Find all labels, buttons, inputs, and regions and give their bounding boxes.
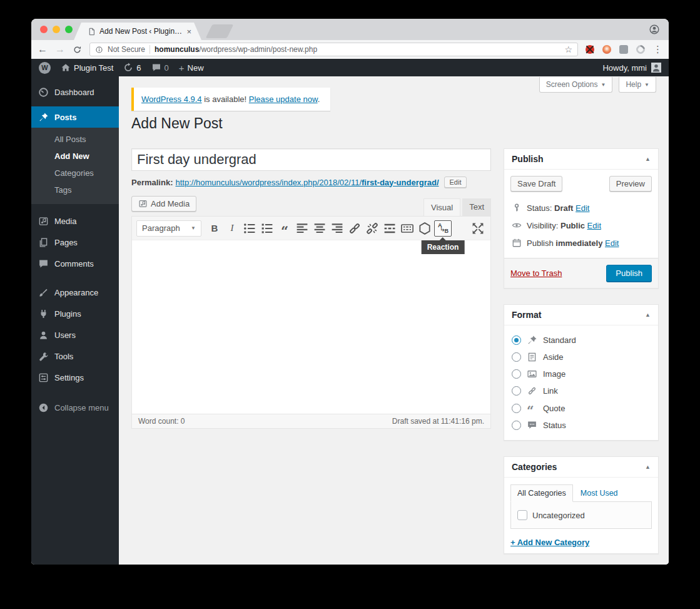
submenu-all-posts[interactable]: All Posts (31, 131, 119, 148)
uncategorized-checkbox[interactable] (517, 510, 527, 520)
sidebar-item-media[interactable]: Media (31, 210, 119, 232)
remove-link-button[interactable] (364, 221, 380, 236)
admin-bar-account[interactable]: Howdy, mmi (602, 63, 661, 73)
radio-image[interactable] (512, 369, 521, 379)
screen-options-button[interactable]: Screen Options ▼ (539, 77, 613, 93)
admin-bar-comments[interactable]: 0 (151, 63, 169, 73)
radio-aside[interactable] (512, 352, 521, 362)
bulleted-list-button[interactable] (241, 221, 258, 236)
wordpress-version-link[interactable]: WordPress 4.9.4 (141, 95, 202, 104)
url-field[interactable]: Not Secure homunculus/wordpress/wp-admin… (89, 43, 578, 56)
sidebar-item-collapse-menu[interactable]: Collapse menu (31, 397, 119, 418)
sidebar-item-posts[interactable]: Posts (31, 106, 119, 128)
sidebar-item-pages[interactable]: Pages (31, 232, 119, 253)
insert-link-button[interactable] (347, 221, 363, 236)
permalink-edit-button[interactable]: Edit (444, 177, 467, 188)
align-left-button[interactable] (294, 221, 310, 236)
updates-count: 6 (136, 63, 141, 73)
radio-link[interactable] (512, 386, 521, 396)
format-option-standard[interactable]: Standard (510, 332, 652, 349)
format-option-image[interactable]: Image (510, 366, 652, 382)
blockquote-button[interactable]: “ (276, 221, 293, 236)
admin-bar-new[interactable]: + New (179, 63, 204, 73)
zoom-window-button[interactable] (65, 26, 73, 33)
submenu-add-new[interactable]: Add New (31, 148, 119, 165)
sidebar-item-dashboard[interactable]: Dashboard (31, 81, 119, 103)
submenu-tags[interactable]: Tags (31, 182, 119, 198)
format-option-link[interactable]: Link (510, 382, 652, 399)
sidebar-item-tools[interactable]: Tools (31, 345, 119, 367)
tab-visual[interactable]: Visual (424, 198, 460, 217)
save-draft-button[interactable]: Save Draft (510, 176, 562, 192)
sidebar-item-appearance[interactable]: Appearance (31, 282, 119, 303)
tab-close-icon[interactable]: × (186, 28, 191, 36)
wordpress-logo-icon[interactable]: W (39, 62, 51, 74)
browser-tab-bar: Add New Post ‹ Plugin Test — × (31, 19, 669, 40)
radio-standard[interactable] (512, 335, 521, 345)
radio-status[interactable] (512, 421, 521, 430)
new-tab-button[interactable] (206, 24, 234, 38)
add-media-button[interactable]: Add Media (131, 196, 196, 212)
align-right-button[interactable] (329, 221, 345, 236)
swirl-extension-icon[interactable] (634, 43, 647, 56)
italic-button[interactable]: I (224, 221, 240, 236)
move-to-trash-link[interactable]: Move to Trash (510, 269, 562, 278)
close-window-button[interactable] (40, 26, 48, 33)
edit-schedule-link[interactable]: Edit (605, 238, 619, 248)
orange-extension-icon[interactable] (602, 45, 611, 54)
collapse-toggle-icon[interactable]: ▲ (645, 464, 651, 470)
edit-visibility-link[interactable]: Edit (587, 221, 601, 230)
blocker-extension-icon[interactable] (586, 45, 594, 54)
reaction-button[interactable]: A ↳ B (434, 220, 452, 237)
back-icon[interactable]: ← (38, 44, 48, 54)
update-now-link[interactable]: Please update now (249, 95, 318, 104)
publish-button[interactable]: Publish (606, 265, 652, 282)
edit-status-link[interactable]: Edit (576, 203, 589, 213)
numbered-list-button[interactable] (259, 221, 275, 236)
preview-button[interactable]: Preview (609, 176, 652, 192)
format-option-aside[interactable]: Aside (510, 349, 652, 366)
forward-icon[interactable]: → (55, 44, 65, 54)
reload-icon[interactable] (73, 45, 82, 54)
format-option-status[interactable]: Status (510, 417, 652, 434)
add-new-category-link[interactable]: + Add New Category (510, 538, 589, 547)
minimize-window-button[interactable] (53, 26, 60, 33)
read-more-button[interactable] (382, 221, 398, 236)
bookmark-star-icon[interactable]: ☆ (564, 44, 572, 54)
help-button[interactable]: Help ▼ (619, 77, 656, 93)
radio-quote[interactable] (512, 404, 521, 413)
hexagon-plugin-button[interactable] (417, 221, 433, 236)
browser-tab[interactable]: Add New Post ‹ Plugin Test — × (74, 23, 201, 40)
paragraph-format-dropdown[interactable]: Paragraph ▼ (136, 220, 201, 237)
admin-bar-updates[interactable]: 6 (123, 63, 141, 73)
collapse-toggle-icon[interactable]: ▲ (645, 156, 651, 162)
submenu-categories[interactable]: Categories (31, 165, 119, 182)
browser-profile-icon[interactable] (649, 24, 660, 35)
browser-menu-icon[interactable]: ⋮ (653, 44, 662, 55)
calendar-icon (512, 238, 522, 248)
distraction-free-button[interactable] (470, 221, 486, 236)
bold-button[interactable]: B (206, 221, 223, 236)
tab-all-categories[interactable]: All Categories (510, 484, 573, 502)
publish-box-header[interactable]: Publish ▲ (504, 149, 658, 170)
category-item-uncategorized[interactable]: Uncategorized (517, 510, 645, 520)
editor-content-area[interactable] (132, 240, 490, 414)
format-option-quote[interactable]: “ Quote (510, 399, 652, 417)
collapse-toggle-icon[interactable]: ▲ (645, 312, 651, 318)
post-title-input[interactable] (131, 148, 491, 171)
tab-text[interactable]: Text (462, 198, 491, 217)
link-icon (527, 386, 537, 396)
categories-box-header[interactable]: Categories ▲ (504, 457, 658, 478)
info-icon[interactable] (95, 46, 103, 54)
sidebar-item-settings[interactable]: Settings (31, 367, 119, 388)
permalink-url[interactable]: http://homunculus/wordpress/index.php/20… (175, 178, 439, 187)
sidebar-item-comments[interactable]: Comments (31, 253, 119, 274)
toolbar-toggle-button[interactable] (399, 221, 415, 236)
tab-most-used[interactable]: Most Used (573, 485, 626, 501)
format-box-header[interactable]: Format ▲ (504, 305, 658, 325)
admin-bar-site-name[interactable]: Plugin Test (61, 63, 113, 73)
sidebar-item-users[interactable]: Users (31, 324, 119, 345)
gray-extension-icon[interactable] (619, 45, 628, 54)
sidebar-item-plugins[interactable]: Plugins (31, 303, 119, 324)
align-center-button[interactable] (312, 221, 328, 236)
